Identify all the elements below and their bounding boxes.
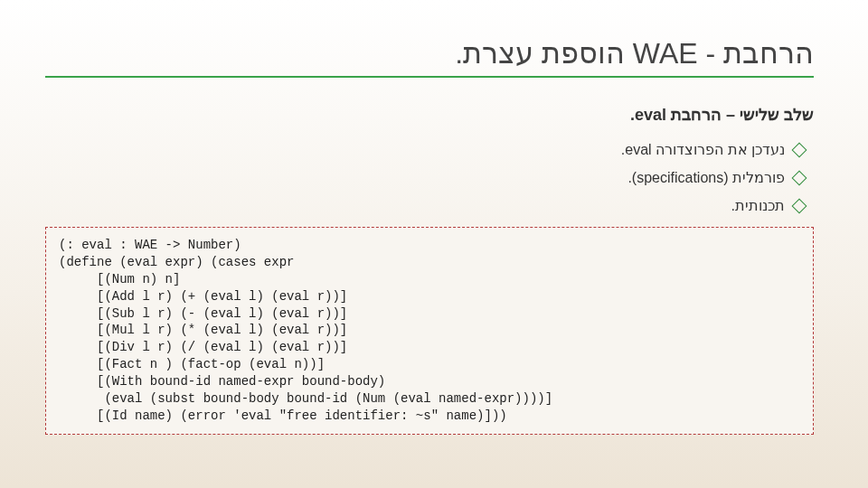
slide-title: הרחבת - WAE הוספת עצרת.	[45, 36, 814, 70]
bullet-text: נעדכן את הפרוצדורה eval.	[621, 141, 785, 158]
diamond-icon	[792, 143, 807, 158]
list-item: תכנותית.	[45, 197, 805, 214]
diamond-icon	[792, 171, 807, 186]
bullet-list: נעדכן את הפרוצדורה eval. פורמלית (specif…	[45, 141, 805, 214]
list-item: נעדכן את הפרוצדורה eval.	[45, 141, 805, 158]
bullet-text: פורמלית (specifications).	[627, 169, 785, 186]
code-block: (: eval : WAE -> Number) (define (eval e…	[45, 227, 814, 435]
slide: הרחבת - WAE הוספת עצרת. שלב שלישי – הרחב…	[0, 0, 868, 488]
list-item: פורמלית (specifications).	[45, 169, 805, 186]
section-heading: שלב שלישי – הרחבת eval.	[45, 105, 814, 125]
diamond-icon	[792, 199, 807, 214]
content-area: שלב שלישי – הרחבת eval. נעדכן את הפרוצדו…	[45, 105, 814, 435]
title-underline	[45, 76, 814, 78]
bullet-text: תכנותית.	[731, 197, 785, 214]
